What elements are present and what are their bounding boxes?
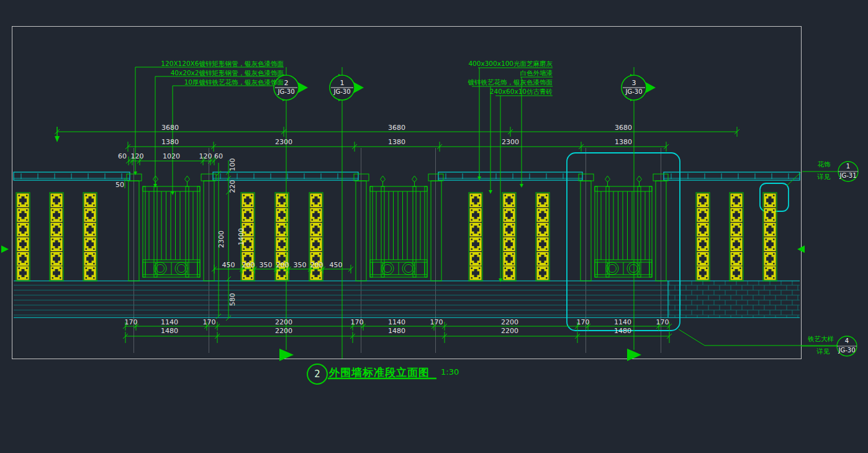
elevation-drawing <box>0 0 868 453</box>
cad-elevation-view: 120X120X6镀锌矩形钢管，银灰色漆饰面 40x20x2镀锌矩形钢管，银灰色… <box>0 0 868 453</box>
cyan-linework <box>14 153 800 331</box>
detail-highlight-gate <box>567 153 680 331</box>
drawing-frame <box>12 27 802 359</box>
lattice-panels <box>16 193 777 281</box>
brick-course-hatch <box>14 281 800 318</box>
green-linework <box>57 67 838 378</box>
title-number-circle <box>307 364 327 384</box>
gate-bays <box>127 174 668 281</box>
